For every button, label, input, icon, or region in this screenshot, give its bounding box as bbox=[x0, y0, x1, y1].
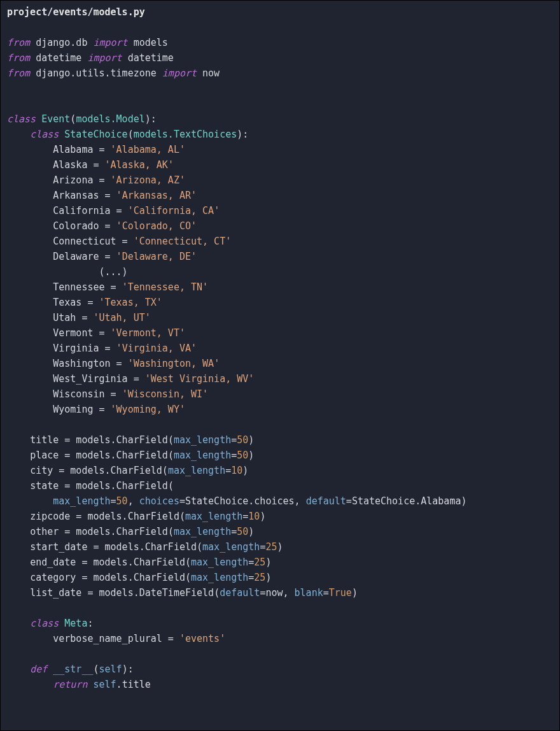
choice-val: 'Delaware, DE' bbox=[116, 251, 197, 262]
attr: title bbox=[122, 679, 151, 690]
choice-name: Colorado bbox=[53, 220, 99, 232]
arg: blank bbox=[295, 587, 323, 599]
file-path: project/events/models.py bbox=[7, 6, 145, 18]
choice-val: 'Connecticut, CT' bbox=[134, 236, 232, 247]
arg: max_length bbox=[168, 465, 225, 476]
choice-val: 'Utah, UT' bbox=[93, 312, 150, 323]
mod: datetime bbox=[36, 52, 81, 64]
kw-import: import bbox=[87, 52, 122, 64]
kw-from: from bbox=[7, 67, 30, 79]
val: StateChoice.Alabama bbox=[352, 495, 461, 507]
class-event: Event bbox=[41, 113, 70, 125]
choice-val: 'Wisconsin, WI' bbox=[122, 388, 208, 400]
choice-name: Tennessee bbox=[53, 281, 104, 293]
arg: default bbox=[306, 495, 346, 507]
kw-def: def bbox=[30, 664, 47, 675]
choice-val: 'Washington, WA' bbox=[128, 358, 220, 369]
choice-val: 'Alaska, AK' bbox=[105, 159, 174, 171]
choice-name: Alabama bbox=[53, 144, 93, 155]
arg: choices bbox=[139, 495, 179, 507]
class-meta: Meta bbox=[64, 618, 87, 629]
choice-name: Texas bbox=[53, 297, 81, 308]
arg: max_length bbox=[174, 450, 231, 461]
arg: max_length bbox=[191, 572, 248, 583]
field-category: category bbox=[30, 572, 76, 583]
base: models.Model bbox=[76, 113, 144, 125]
choice-name: Delaware bbox=[53, 251, 99, 262]
num: 50 bbox=[237, 526, 248, 537]
choice-val: 'Wyoming, WY' bbox=[111, 404, 185, 415]
choice-val: 'West Virginia, WV' bbox=[145, 373, 255, 385]
val: True bbox=[329, 587, 352, 599]
str: 'events' bbox=[179, 633, 225, 644]
arg: max_length bbox=[174, 526, 231, 537]
kw-class: class bbox=[30, 618, 59, 629]
param: self bbox=[99, 664, 122, 675]
num: 25 bbox=[254, 572, 265, 583]
arg: max_length bbox=[174, 434, 231, 446]
choice-name: Virginia bbox=[53, 343, 99, 354]
choice-name: Arizona bbox=[53, 174, 93, 186]
ellipsis: (...) bbox=[99, 266, 128, 278]
base: models.TextChoices bbox=[134, 129, 237, 140]
field-other: other bbox=[30, 526, 59, 537]
choice-name: Vermont bbox=[53, 327, 93, 339]
arg: max_length bbox=[191, 557, 248, 568]
choice-name: Alaska bbox=[53, 159, 87, 171]
code-editor[interactable]: project/events/models.py from django.db … bbox=[0, 0, 560, 731]
choice-val: 'California, CA' bbox=[128, 205, 220, 216]
field-title: title bbox=[30, 434, 59, 446]
num: 50 bbox=[237, 450, 248, 461]
kw-import: import bbox=[162, 67, 197, 79]
kw-import: import bbox=[93, 37, 127, 48]
num: 50 bbox=[237, 434, 248, 446]
field-list-date: list_date bbox=[30, 587, 81, 599]
num: 10 bbox=[248, 511, 260, 522]
imp: now bbox=[202, 67, 220, 79]
method-str: __str__ bbox=[53, 664, 93, 675]
val: now bbox=[265, 587, 283, 599]
choice-name: Wyoming bbox=[53, 404, 93, 415]
kw-class: class bbox=[7, 113, 36, 125]
class-statechoice: StateChoice bbox=[64, 129, 127, 140]
choice-val: 'Arkansas, AR' bbox=[116, 190, 197, 201]
num: 10 bbox=[231, 465, 242, 476]
choice-val: 'Alabama, AL' bbox=[111, 144, 185, 155]
choice-val: 'Colorado, CO' bbox=[116, 220, 197, 232]
kw-from: from bbox=[7, 52, 30, 64]
choice-name: California bbox=[53, 205, 110, 216]
val: StateChoice.choices bbox=[185, 495, 295, 507]
field-city: city bbox=[30, 465, 53, 476]
imp: models bbox=[134, 37, 168, 48]
arg: max_length bbox=[53, 495, 110, 507]
choice-name: Washington bbox=[53, 358, 110, 369]
kw-return: return bbox=[53, 679, 87, 690]
choice-name: Utah bbox=[53, 312, 76, 323]
field-state: state bbox=[30, 480, 59, 492]
choice-val: 'Texas, TX' bbox=[99, 297, 162, 308]
arg: max_length bbox=[185, 511, 242, 522]
mod: django.db bbox=[36, 37, 87, 48]
kw-from: from bbox=[7, 37, 30, 48]
choice-name: Connecticut bbox=[53, 236, 116, 247]
choice-val: 'Arizona, AZ' bbox=[111, 174, 185, 186]
imp: datetime bbox=[128, 52, 174, 64]
choice-name: Arkansas bbox=[53, 190, 99, 201]
num: 25 bbox=[265, 541, 277, 553]
arg: default bbox=[220, 587, 260, 599]
choice-val: 'Vermont, VT' bbox=[111, 327, 185, 339]
choice-val: 'Tennessee, TN' bbox=[122, 281, 208, 293]
num: 50 bbox=[116, 495, 128, 507]
field-start-date: start_date bbox=[30, 541, 87, 553]
arg: max_length bbox=[202, 541, 260, 553]
choice-name: Wisconsin bbox=[53, 388, 104, 400]
field-end-date: end_date bbox=[30, 557, 76, 568]
mod: django.utils.timezone bbox=[36, 67, 157, 79]
choice-val: 'Virginia, VA' bbox=[116, 343, 197, 354]
meta-attr: verbose_name_plural bbox=[53, 633, 162, 644]
kw-class: class bbox=[30, 129, 59, 140]
self: self bbox=[93, 679, 116, 690]
field-place: place bbox=[30, 450, 59, 461]
field-zipcode: zipcode bbox=[30, 511, 70, 522]
num: 25 bbox=[254, 557, 265, 568]
